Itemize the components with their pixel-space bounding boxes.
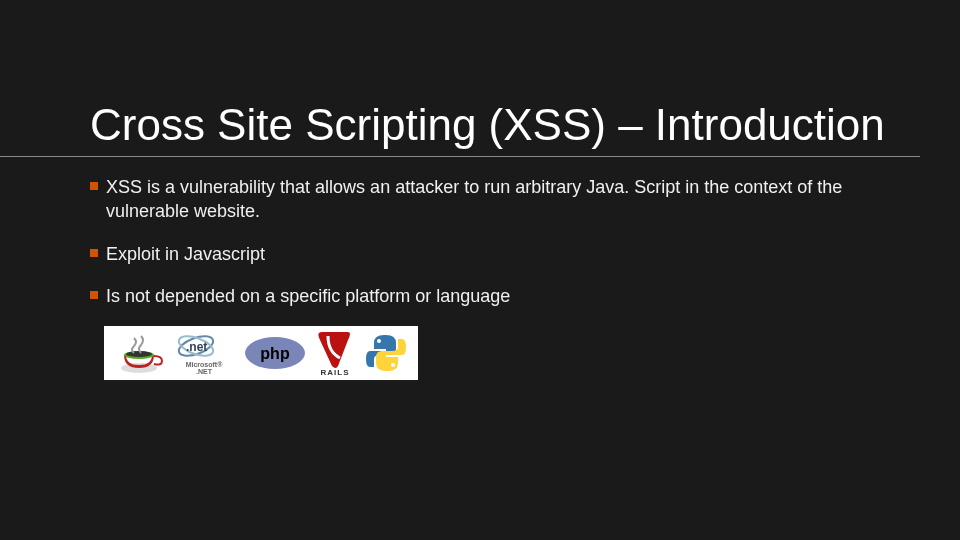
svg-text:.net: .net: [186, 340, 207, 354]
bullet-item: Is not depended on a specific platform o…: [90, 284, 900, 308]
php-logo-icon: php: [238, 328, 312, 378]
bullet-text: Is not depended on a specific platform o…: [106, 284, 900, 308]
svg-point-8: [377, 339, 381, 343]
java-logo-icon: [108, 328, 170, 378]
slide-content: XSS is a vulnerability that allows an at…: [0, 175, 960, 380]
svg-point-9: [391, 363, 395, 367]
bullet-icon: [90, 291, 98, 299]
svg-text:php: php: [260, 345, 290, 362]
bullet-text: Exploit in Javascript: [106, 242, 900, 266]
slide-title: Cross Site Scripting (XSS) – Introductio…: [0, 0, 920, 157]
bullet-item: XSS is a vulnerability that allows an at…: [90, 175, 900, 224]
dotnet-sublabel: Microsoft®.NET: [186, 361, 223, 375]
dotnet-logo-icon: .net Microsoft®.NET: [170, 328, 238, 378]
bullet-icon: [90, 249, 98, 257]
bullet-icon: [90, 182, 98, 190]
bullet-item: Exploit in Javascript: [90, 242, 900, 266]
rails-logo-icon: RAILS: [312, 328, 358, 378]
rails-label: RAILS: [321, 368, 350, 377]
bullet-text: XSS is a vulnerability that allows an at…: [106, 175, 900, 224]
logo-strip: .net Microsoft®.NET php RAILS: [104, 326, 418, 380]
python-logo-icon: [358, 328, 414, 378]
slide: Cross Site Scripting (XSS) – Introductio…: [0, 0, 960, 540]
